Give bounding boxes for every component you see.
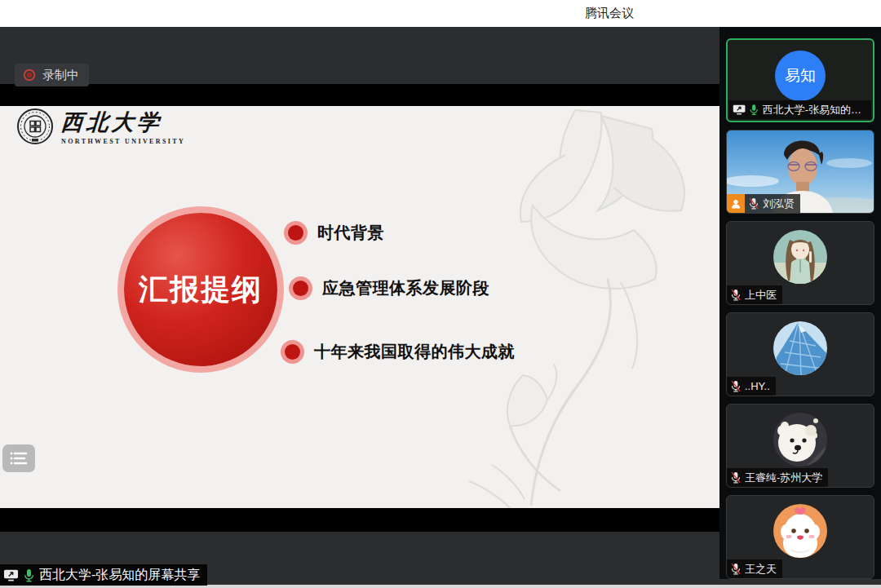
mic-on-icon [749,104,759,116]
participant-label: 刘泓贤 [727,194,800,213]
sidebar-footer [719,579,881,585]
university-name: 西北大学 NORTHWEST UNIVERSITY [61,108,185,145]
participant-tile-wangruichun[interactable]: 王睿纯-苏州大学 [726,404,874,488]
mic-muted-icon [730,471,742,484]
mic-muted-icon [730,380,742,392]
bullet-dot-icon [293,281,308,296]
university-seal-icon [16,108,54,145]
share-banner-label: 西北大学-张易知的屏幕共享 [39,567,200,584]
avatar: 易知 [775,51,826,101]
letterbox-top [0,84,719,106]
window-titlebar[interactable]: 腾讯会议 [0,0,881,27]
participant-label: 西北大学-张易知的屏... [729,100,871,119]
list-icon [9,450,29,466]
annotation-toolbar-button[interactable] [2,444,35,472]
avatar [773,504,827,558]
avatar [773,413,827,466]
university-logo: 西北大学 NORTHWEST UNIVERSITY [16,108,185,145]
participant-tile-liuhongxian[interactable]: 刘泓贤 [726,130,874,214]
mic-muted-icon [730,563,742,575]
university-name-cn: 西北大学 [60,108,187,137]
participants-sidebar[interactable]: 易知 西北大学-张易知的屏... [719,27,881,588]
avatar [773,321,827,375]
slide-title-circle: 汇报提纲 [124,213,277,366]
slide-bullet-1: 时代背景 [284,221,384,244]
window-title: 腾讯会议 [585,6,634,21]
participant-name: 刘泓贤 [763,197,795,211]
bullet-dot-icon [285,344,300,360]
participant-tile-shangzhongyi[interactable]: 上中医 [726,221,874,305]
bullet-text: 十年来我国取得的伟大成就 [314,341,515,363]
participant-label: 王睿纯-苏州大学 [727,468,828,487]
bullet-text: 时代背景 [317,222,384,244]
presentation-slide: 西北大学 NORTHWEST UNIVERSITY 汇报提纲 时代背景 应急管理… [0,106,719,508]
participant-name: 上中医 [745,288,777,303]
recording-label: 录制中 [42,68,79,83]
avatar-initials: 易知 [785,65,816,86]
participant-name: ..HY.. [745,380,770,392]
participant-tile-hy[interactable]: ..HY.. [726,312,874,396]
bullet-text: 应急管理体系发展阶段 [322,277,489,299]
screen-share-icon [3,568,19,582]
recording-indicator: 录制中 [15,64,89,86]
slide-title: 汇报提纲 [139,270,263,310]
participant-tile-zhangyizhi[interactable]: 易知 西北大学-张易知的屏... [726,38,874,122]
mic-on-icon [23,568,35,582]
recording-icon [23,69,36,82]
participant-tile-wangzhitian[interactable]: 王之天 [726,495,874,579]
slide-bullet-3: 十年来我国取得的伟大成就 [281,340,515,363]
letterbox-bottom [0,508,719,532]
participant-label: 上中医 [727,285,782,304]
bullet-dot-icon [288,225,303,241]
participant-label: 王之天 [727,559,782,578]
slide-bullet-2: 应急管理体系发展阶段 [289,276,489,299]
shared-screen-area: 录制中 [0,27,719,588]
screen-share-icon [733,104,746,116]
participant-name: 王之天 [745,562,777,577]
participant-label: ..HY.. [727,377,776,396]
magnolia-sketch [445,106,719,508]
tencent-meeting-window: 腾讯会议 录制中 [0,0,881,588]
share-banner: 西北大学-张易知的屏幕共享 [0,564,207,586]
host-badge-icon [727,194,745,213]
university-name-en: NORTHWEST UNIVERSITY [61,138,185,145]
participant-name: 王睿纯-苏州大学 [745,471,822,485]
mic-muted-icon [748,197,759,210]
mic-muted-icon [730,289,742,301]
participant-name: 西北大学-张易知的屏... [763,103,866,117]
avatar [773,230,827,284]
